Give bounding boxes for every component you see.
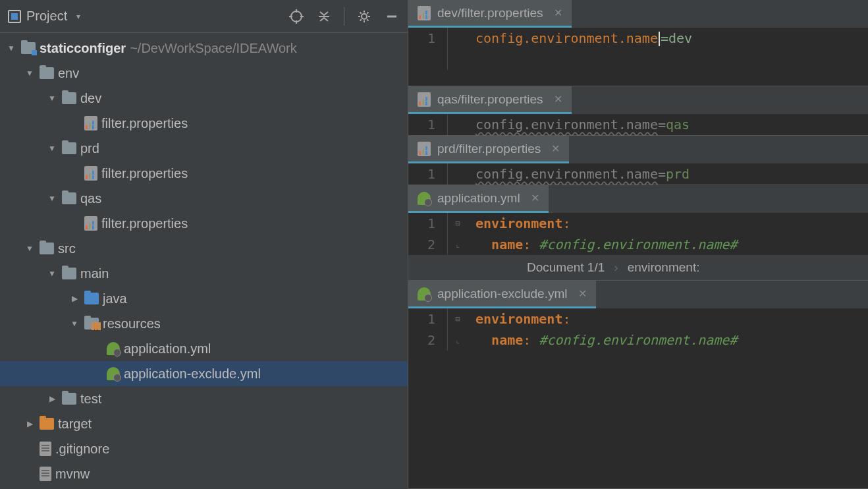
close-icon[interactable]: ✕ xyxy=(554,7,562,19)
svg-line-14 xyxy=(367,12,368,13)
tree-folder-resources[interactable]: resources xyxy=(0,311,408,336)
tab-app-yml[interactable]: application.yml ✕ xyxy=(408,185,549,213)
close-icon[interactable]: ✕ xyxy=(551,142,560,155)
tree-folder-target[interactable]: target xyxy=(0,411,408,436)
breadcrumb-node[interactable]: environment: xyxy=(628,260,700,275)
tree-folder-src[interactable]: src xyxy=(0,236,408,261)
expand-arrow-icon[interactable] xyxy=(68,293,80,304)
properties-file-icon xyxy=(84,116,97,130)
tree-folder-qas[interactable]: qas xyxy=(0,186,408,211)
properties-file-icon xyxy=(418,142,431,156)
tab-bar: qas/filter.properties ✕ xyxy=(408,86,868,114)
tree-label: mvnw xyxy=(55,467,90,482)
expand-arrow-icon[interactable] xyxy=(46,142,58,154)
expand-arrow-icon[interactable] xyxy=(68,318,80,330)
expand-arrow-icon[interactable] xyxy=(46,192,58,204)
tab-label: application.yml xyxy=(437,191,520,206)
folder-icon xyxy=(62,92,76,104)
editor-pane-app-excl-yml: application-exclude.yml ✕ 1 ⊟ environmen… xyxy=(408,281,868,489)
text-cursor xyxy=(659,32,660,46)
close-icon[interactable]: ✕ xyxy=(531,192,539,204)
text-file-icon xyxy=(40,442,51,456)
tree-file-qas-props[interactable]: filter.properties xyxy=(0,211,408,236)
code-editor[interactable]: 1 ⊟ environment: 2 ⌞ name: #config.envir… xyxy=(408,308,868,351)
text-file-icon xyxy=(40,467,51,481)
breadcrumb-doc[interactable]: Document 1/1 xyxy=(527,260,605,275)
code-content: environment: xyxy=(468,216,571,231)
tree-file-prd-props[interactable]: filter.properties xyxy=(0,161,408,186)
line-number: 1 xyxy=(408,28,448,49)
minimize-icon[interactable] xyxy=(384,9,400,24)
tab-bar: application.yml ✕ xyxy=(408,185,868,213)
properties-file-icon xyxy=(418,92,431,107)
expand-arrow-icon[interactable] xyxy=(24,418,36,430)
tree-file-app-yml[interactable]: application.yml xyxy=(0,336,408,361)
tree-file-gitignore[interactable]: .gitignore xyxy=(0,436,408,461)
expand-arrow-icon[interactable] xyxy=(5,42,17,54)
expand-arrow-icon[interactable] xyxy=(24,243,36,254)
tree-folder-dev[interactable]: dev xyxy=(0,86,408,111)
properties-file-icon xyxy=(418,6,431,20)
fold-end-icon: ⌞ xyxy=(448,240,468,249)
locate-icon[interactable] xyxy=(288,9,304,24)
editor-pane-app-yml: application.yml ✕ 1 ⊟ environment: 2 ⌞ n… xyxy=(408,185,868,281)
code-editor[interactable]: 1 config.environment.name=qas xyxy=(408,114,868,135)
folder-icon xyxy=(40,243,54,254)
tree-path: ~/DevWorkSpace/IDEAWork xyxy=(130,41,297,56)
tab-prd-props[interactable]: prd/filter.properties ✕ xyxy=(408,136,569,163)
code-content: config.environment.name=prd xyxy=(468,166,690,182)
tree-label: java xyxy=(103,291,127,306)
project-selector[interactable]: Project ▾ xyxy=(8,9,84,24)
line-number: 2 xyxy=(408,330,448,351)
tab-bar: application-exclude.yml ✕ xyxy=(408,281,868,308)
properties-file-icon xyxy=(84,166,97,181)
tree-label: dev xyxy=(80,91,101,106)
tree-folder-env[interactable]: env xyxy=(0,61,408,86)
project-sidebar: Project ▾ staticconfiger ~/DevWorkSpace/… xyxy=(0,0,408,489)
source-folder-icon xyxy=(84,293,99,304)
tree-folder-java[interactable]: java xyxy=(0,286,408,311)
chevron-down-icon: ▾ xyxy=(72,11,84,22)
tree-folder-test[interactable]: test xyxy=(0,386,408,411)
tree-label: filter.properties xyxy=(101,216,188,231)
tab-label: qas/filter.properties xyxy=(437,92,543,107)
tree-file-app-excl-yml[interactable]: application-exclude.yml xyxy=(0,361,408,386)
close-icon[interactable]: ✕ xyxy=(578,287,587,300)
fold-marker-icon[interactable]: ⊟ xyxy=(448,314,468,324)
folder-icon xyxy=(40,67,54,79)
folder-icon xyxy=(62,393,76,405)
breadcrumb-bar: Document 1/1 › environment: xyxy=(408,255,868,280)
tree-folder-main[interactable]: main xyxy=(0,261,408,286)
close-icon[interactable]: ✕ xyxy=(554,93,562,105)
editor-pane-prd: prd/filter.properties ✕ 1 config.environ… xyxy=(408,136,868,185)
expand-arrow-icon[interactable] xyxy=(46,92,58,104)
tree-file-mvnw[interactable]: mvnw xyxy=(0,461,408,486)
collapse-icon[interactable] xyxy=(316,9,332,24)
spring-config-icon xyxy=(107,342,120,355)
tree-root[interactable]: staticconfiger ~/DevWorkSpace/IDEAWork xyxy=(0,36,408,61)
fold-marker-icon[interactable]: ⊟ xyxy=(448,219,468,228)
editor-pane-dev: dev/filter.properties ✕ 1 config.environ… xyxy=(408,0,868,86)
editor-split-panel: dev/filter.properties ✕ 1 config.environ… xyxy=(408,0,868,489)
excluded-folder-icon xyxy=(40,418,54,430)
code-editor[interactable]: 1 config.environment.name=dev xyxy=(408,28,868,86)
gear-icon[interactable] xyxy=(356,9,372,24)
code-editor[interactable]: 1 ⊟ environment: 2 ⌞ name: #config.envir… xyxy=(408,213,868,255)
tab-app-excl-yml[interactable]: application-exclude.yml ✕ xyxy=(408,281,596,308)
tree-folder-prd[interactable]: prd xyxy=(0,136,408,161)
expand-arrow-icon[interactable] xyxy=(24,67,36,79)
project-tree[interactable]: staticconfiger ~/DevWorkSpace/IDEAWork e… xyxy=(0,33,408,489)
tree-file-dev-props[interactable]: filter.properties xyxy=(0,111,408,136)
tab-dev-props[interactable]: dev/filter.properties ✕ xyxy=(408,0,572,28)
tab-qas-props[interactable]: qas/filter.properties ✕ xyxy=(408,86,572,114)
tree-label: application.yml xyxy=(124,341,211,357)
module-icon xyxy=(21,42,36,54)
code-editor[interactable]: 1 config.environment.name=prd xyxy=(408,163,868,185)
fold-end-icon: ⌞ xyxy=(448,335,468,345)
expand-arrow-icon[interactable] xyxy=(46,393,58,405)
svg-line-11 xyxy=(360,12,362,13)
svg-point-6 xyxy=(362,14,367,19)
tree-label: resources xyxy=(103,316,161,331)
tree-label: staticconfiger xyxy=(40,41,126,56)
expand-arrow-icon[interactable] xyxy=(46,268,58,279)
